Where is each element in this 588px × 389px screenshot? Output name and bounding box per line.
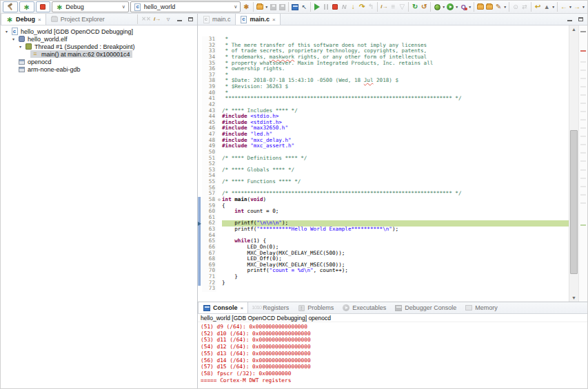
code-line[interactable]: 55/* **** Functions **** */: [198, 179, 569, 185]
editor-margin[interactable]: [198, 108, 202, 114]
editor-margin[interactable]: [198, 185, 202, 191]
code-line[interactable]: 71 }: [198, 274, 569, 280]
last-edit-location-icon[interactable]: ↩: [534, 1, 542, 12]
debug-tree-row[interactable]: ≡main() at main.c:62 0x100001c4: [1, 50, 197, 58]
suspend-icon[interactable]: [322, 1, 330, 12]
annotation-mark[interactable]: [580, 224, 586, 226]
debug-tree-row[interactable]: ▾chello_world [GDB OpenOCD Debugging]: [1, 28, 197, 35]
console-view-tab-registers[interactable]: 1010Registers: [248, 302, 293, 313]
expander-arrow-icon[interactable]: ▾: [17, 44, 23, 49]
editor-margin[interactable]: [198, 238, 202, 244]
editor-margin[interactable]: [198, 138, 202, 144]
select-pointer-icon[interactable]: ↖: [300, 1, 308, 12]
editor-margin[interactable]: [198, 244, 202, 251]
build-hammer-button[interactable]: [3, 1, 18, 12]
close-icon[interactable]: ×: [241, 305, 244, 311]
editor-margin[interactable]: [198, 215, 202, 221]
console-output[interactable]: (51) d9 (/64): 0x0000000000000000(52) d1…: [198, 322, 587, 389]
run-history-dropdown[interactable]: ▼: [446, 1, 458, 12]
open-console-icon[interactable]: [291, 1, 299, 12]
editor-margin[interactable]: [198, 156, 202, 162]
close-icon[interactable]: ×: [38, 17, 41, 23]
dropdown-arrow-icon[interactable]: ▼: [468, 5, 472, 9]
editor-margin[interactable]: [198, 280, 202, 286]
editor-margin[interactable]: [198, 209, 202, 215]
close-icon[interactable]: ×: [272, 17, 276, 23]
annotation-mark[interactable]: [580, 194, 586, 196]
debug-tree-row[interactable]: ▾Thread #1 (Suspended : Breakpoint): [1, 43, 197, 50]
overview-ruler[interactable]: [578, 25, 587, 302]
editor-margin[interactable]: [198, 203, 202, 209]
annotation-mark[interactable]: [580, 178, 586, 179]
editor-margin[interactable]: [198, 54, 202, 61]
back-dropdown[interactable]: ←▼: [560, 1, 572, 12]
annotation-mark[interactable]: [580, 111, 586, 112]
editor-margin[interactable]: [198, 233, 202, 239]
editor-margin[interactable]: [198, 120, 202, 126]
dropdown-arrow-icon[interactable]: ▼: [582, 5, 585, 9]
annotation-mark[interactable]: [580, 103, 586, 104]
dropdown-arrow-icon[interactable]: ▼: [265, 5, 268, 9]
editor-margin[interactable]: [198, 227, 202, 233]
editor-margin[interactable]: [198, 262, 202, 269]
dropdown-arrow-icon[interactable]: ▼: [569, 5, 572, 9]
editor-margin[interactable]: [198, 143, 202, 149]
editor-margin[interactable]: [198, 179, 202, 185]
annotation-mark[interactable]: [580, 136, 586, 137]
editor-margin[interactable]: [198, 132, 202, 138]
editor-margin[interactable]: [198, 256, 202, 262]
open-resource-icon[interactable]: [485, 1, 494, 12]
debug-tree-row[interactable]: openocd: [1, 58, 197, 65]
annotation-mark[interactable]: [580, 169, 586, 171]
fold-collapse-icon[interactable]: ⊖: [216, 197, 222, 203]
project-combo[interactable]: c hello_world ∨: [130, 1, 241, 12]
console-view-tab-problems[interactable]: !Problems: [293, 302, 338, 313]
editor-margin[interactable]: [198, 268, 202, 274]
editor-margin[interactable]: [198, 102, 202, 108]
editor-margin[interactable]: [198, 167, 202, 174]
editor-tab-main.c[interactable]: cmain.c×: [235, 14, 281, 25]
resume-icon[interactable]: [313, 1, 321, 12]
editor-margin[interactable]: [198, 173, 202, 179]
editor-margin[interactable]: [198, 90, 202, 96]
editor-margin[interactable]: [198, 161, 202, 167]
dropdown-arrow-icon[interactable]: ▼: [442, 5, 445, 9]
editor-margin[interactable]: [198, 251, 202, 257]
view-menu-icon[interactable]: ▽: [164, 14, 172, 25]
code-line[interactable]: 49#include "mxc_assert.h": [198, 143, 569, 149]
annotation-mark[interactable]: [580, 86, 586, 87]
annotation-mark[interactable]: [580, 186, 586, 187]
editor-margin[interactable]: [198, 125, 202, 132]
annotation-mark[interactable]: [580, 70, 586, 71]
editor-margin[interactable]: [198, 78, 202, 84]
editor-margin[interactable]: [198, 84, 202, 90]
debug-config-combo[interactable]: ∗ Debug ∨: [52, 1, 129, 12]
instruction-stepping-icon[interactable]: i→: [380, 1, 388, 12]
mark-occurrences-dropdown[interactable]: ✎▼: [494, 1, 507, 12]
minimize-icon[interactable]: [175, 14, 183, 25]
debug-tree-row[interactable]: ▾hello_world.elf: [1, 35, 197, 43]
use-step-filters-icon[interactable]: ▽: [398, 1, 406, 12]
debug-launch-button[interactable]: ∗: [19, 1, 34, 12]
annotation-mark[interactable]: [580, 152, 586, 154]
console-view-tab-executables[interactable]: Executables: [338, 302, 390, 313]
annotation-mark[interactable]: [580, 94, 586, 96]
editor-margin[interactable]: [198, 197, 202, 203]
code-line[interactable]: 58⊖int main(void): [198, 197, 569, 203]
disconnect-icon[interactable]: N: [340, 1, 348, 12]
dropdown-arrow-icon[interactable]: ▼: [503, 5, 507, 9]
terminate-launch-button[interactable]: [36, 1, 51, 12]
code-area[interactable]: 31 *32 * The mere transfer of this softw…: [198, 25, 569, 302]
editor-margin[interactable]: [198, 191, 202, 197]
debug-tree-row[interactable]: arm-none-eabi-gdb: [1, 65, 197, 73]
scrollbar-thumb[interactable]: [570, 130, 578, 274]
editor-margin[interactable]: [198, 149, 202, 156]
code-line[interactable]: 73: [198, 286, 569, 292]
editor-margin[interactable]: [198, 286, 202, 292]
save-all-icon[interactable]: [278, 1, 286, 12]
expander-arrow-icon[interactable]: ▾: [10, 36, 17, 41]
code-line[interactable]: 36 * ownership rights.: [198, 66, 569, 72]
annotation-mark[interactable]: [580, 144, 586, 145]
maximize-icon[interactable]: [186, 14, 194, 25]
annotation-mark[interactable]: [580, 202, 586, 204]
